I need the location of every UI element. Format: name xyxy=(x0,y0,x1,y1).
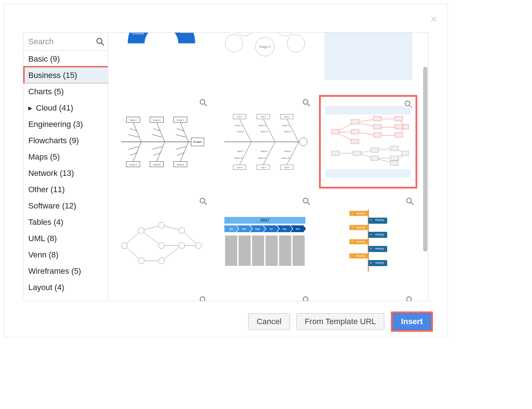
svg-rect-102 xyxy=(373,124,381,129)
template-red-network-map[interactable] xyxy=(319,95,417,189)
svg-text:Heading: Heading xyxy=(375,219,384,222)
template-timeline-2017[interactable]: 2017 xyxy=(216,194,314,287)
gallery-scroll[interactable]: Community Technology Certificates Infras… xyxy=(108,33,422,301)
svg-text:Cause 6: Cause 6 xyxy=(177,163,184,165)
svg-line-1 xyxy=(101,43,104,45)
insert-button[interactable]: Insert xyxy=(393,313,431,330)
svg-text:Cell 3: Cell 3 xyxy=(284,116,289,118)
svg-text:Cell 1: Cell 1 xyxy=(237,116,242,118)
template-heading-list-vertical[interactable]: 1Heading 2Heading 3Heading 4Heading 5Hea… xyxy=(319,194,417,287)
template-fishbone-events[interactable]: Cell 1Cell 2Cell 3 Cell 4Cell 5Cell 6 Ev… xyxy=(216,95,314,189)
svg-rect-106 xyxy=(395,133,403,137)
category-other[interactable]: Other (11) xyxy=(23,181,108,198)
cancel-button[interactable]: Cancel xyxy=(248,313,290,330)
category-list[interactable]: Basic (9) Business (15) Charts (5) ▶ Clo… xyxy=(23,51,108,301)
category-label: Wireframes (5) xyxy=(28,267,81,276)
svg-text:Nov: Nov xyxy=(296,227,300,230)
category-charts[interactable]: Charts (5) xyxy=(23,83,108,100)
magnify-icon[interactable] xyxy=(302,296,311,301)
template-12-partial[interactable] xyxy=(319,292,417,301)
svg-rect-115 xyxy=(402,151,409,156)
svg-text:Event 3: Event 3 xyxy=(282,124,289,126)
chevron-right-icon: ▶ xyxy=(28,105,32,111)
template-thumbnail: 1Heading 2Heading 3Heading 4Heading 5Hea… xyxy=(324,203,412,278)
magnify-icon[interactable] xyxy=(405,296,414,301)
svg-text:Jul: Jul xyxy=(270,227,273,230)
template-thumbnail: Stage 6 Stage 4 Stage 5 xyxy=(221,33,309,80)
svg-text:Cause 4: Cause 4 xyxy=(130,163,137,165)
svg-text:Event 1: Event 1 xyxy=(235,124,242,126)
close-icon[interactable]: × xyxy=(430,13,437,25)
template-fishbone-cause-effect-1[interactable]: Problem xyxy=(112,95,211,189)
template-pert-chart[interactable] xyxy=(112,194,211,287)
category-label: Maps (5) xyxy=(28,152,60,162)
template-grid: Community Technology Certificates Infras… xyxy=(112,33,417,301)
svg-text:Jan: Jan xyxy=(229,227,233,230)
svg-text:May: May xyxy=(255,227,260,230)
search-icon[interactable] xyxy=(95,37,105,46)
svg-rect-107 xyxy=(403,124,409,129)
svg-rect-142 xyxy=(292,235,304,266)
svg-line-38 xyxy=(128,135,139,137)
svg-line-69 xyxy=(263,142,275,165)
category-label: Software (12) xyxy=(28,201,76,211)
category-engineering[interactable]: Engineering (3) xyxy=(23,116,108,132)
svg-rect-138 xyxy=(238,235,250,266)
svg-point-170 xyxy=(200,297,205,301)
category-uml[interactable]: UML (8) xyxy=(23,230,108,247)
svg-text:Sep: Sep xyxy=(282,227,287,230)
svg-text:Cause 2: Cause 2 xyxy=(153,119,161,121)
svg-point-118 xyxy=(122,243,128,249)
template-circular-org-chart[interactable]: Community Technology Certificates Infras… xyxy=(112,33,211,90)
svg-text:Mar: Mar xyxy=(242,227,246,230)
template-blue-form[interactable] xyxy=(319,33,417,90)
svg-point-123 xyxy=(159,257,165,264)
svg-text:Heading: Heading xyxy=(356,226,365,229)
svg-rect-103 xyxy=(373,133,381,137)
svg-rect-111 xyxy=(371,156,379,161)
template-11-partial[interactable]: Heading xyxy=(216,292,314,301)
svg-text:2017: 2017 xyxy=(261,218,270,222)
category-label: Engineering (3) xyxy=(28,120,83,129)
category-flowcharts[interactable]: Flowcharts (9) xyxy=(23,132,108,149)
svg-rect-141 xyxy=(279,235,291,266)
svg-point-174 xyxy=(406,297,411,301)
category-network[interactable]: Network (13) xyxy=(23,165,108,181)
category-business[interactable]: Business (15) xyxy=(23,67,108,83)
category-basic[interactable]: Basic (9) xyxy=(23,51,108,67)
category-label: Other (11) xyxy=(28,185,65,194)
svg-line-42 xyxy=(176,135,186,137)
category-venn[interactable]: Venn (8) xyxy=(23,247,108,263)
category-cloud[interactable]: ▶ Cloud (41) xyxy=(23,100,108,116)
template-thumbnail xyxy=(118,203,205,278)
category-layout[interactable]: Layout (4) xyxy=(23,279,108,296)
category-maps[interactable]: Maps (5) xyxy=(23,149,108,165)
template-thumbnail xyxy=(324,33,412,80)
svg-point-15 xyxy=(287,34,304,52)
svg-rect-97 xyxy=(332,129,340,134)
svg-rect-110 xyxy=(371,148,379,152)
template-thumbnail: Problem xyxy=(118,105,205,179)
svg-text:Heading: Heading xyxy=(375,233,384,236)
category-software[interactable]: Software (12) xyxy=(23,198,108,214)
category-tables[interactable]: Tables (4) xyxy=(23,214,108,230)
category-label: Tables (4) xyxy=(28,218,64,227)
magnify-icon[interactable] xyxy=(199,296,208,301)
svg-line-34 xyxy=(133,142,141,162)
template-stage-cycle-diagram[interactable]: Stage 6 Stage 4 Stage 5 xyxy=(216,33,314,90)
svg-point-172 xyxy=(303,297,308,301)
category-wireframes[interactable]: Wireframes (5) xyxy=(23,263,108,279)
svg-text:Heading: Heading xyxy=(356,255,365,257)
scrollbar-track[interactable] xyxy=(423,34,427,299)
template-10-partial[interactable] xyxy=(112,292,211,301)
svg-rect-114 xyxy=(390,161,398,165)
svg-rect-98 xyxy=(351,120,359,124)
svg-text:Cause 1: Cause 1 xyxy=(130,119,137,121)
svg-rect-99 xyxy=(351,129,359,134)
from-template-url-button[interactable]: From Template URL xyxy=(296,313,384,330)
svg-text:Stage 5: Stage 5 xyxy=(259,45,271,49)
scrollbar-thumb[interactable] xyxy=(423,67,427,252)
svg-text:Event 9: Event 9 xyxy=(285,150,291,152)
template-thumbnail xyxy=(326,106,411,178)
category-label: UML (8) xyxy=(28,234,57,243)
